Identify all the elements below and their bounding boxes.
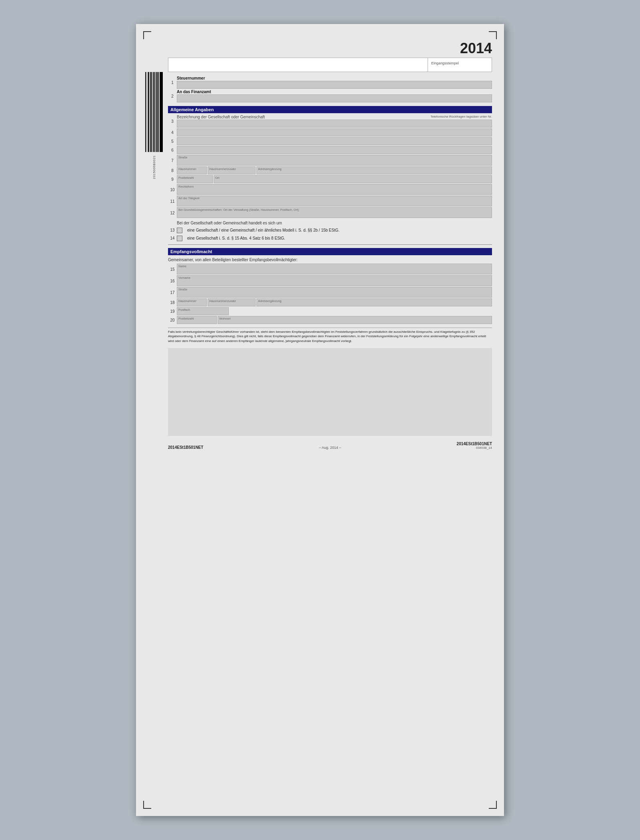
art-taetigkeit-label: Art der Tätigkeit xyxy=(178,196,490,200)
row18-fields: Hausnummer Hausnummerzusatz Adressergänz… xyxy=(177,298,492,306)
empty-space-area xyxy=(168,348,492,436)
strasse-label: Straße xyxy=(178,156,490,159)
ort-label: Ort xyxy=(215,176,219,180)
row-10: 10 Rechtsform xyxy=(168,184,492,195)
row-number-2: 2 xyxy=(168,94,177,98)
grundstueck-label: Bei Grundstücksgemeinschaften: Ort der V… xyxy=(178,208,490,212)
bezeichnung-field[interactable] xyxy=(177,120,492,128)
row-13: 13 eine Gesellschaft / eine Gemeinschaft… xyxy=(168,226,492,234)
telefonische-label: Telefonische Rückfragen tagsüber unter N… xyxy=(430,115,492,119)
strasse2-field[interactable]: Straße xyxy=(177,287,492,298)
hausnummerzusatz-field[interactable]: Hausnummerzusatz xyxy=(208,166,256,174)
name-field[interactable]: Name xyxy=(177,264,492,274)
hausnummerzusatz2-label: Hausnummerzusatz xyxy=(209,299,236,303)
section-allgemeine-angaben: Allgemeine Angaben xyxy=(168,106,492,113)
row-7: 7 Straße xyxy=(168,155,492,166)
barcode-text: 2015000B0021 xyxy=(153,155,156,179)
row-2: 2 An das Finanzamt xyxy=(168,90,492,103)
form-content: 2014 Eingangsstempel 1 Steuernummer xyxy=(168,40,492,451)
row19-fields: Postfach xyxy=(177,307,492,315)
row-number-18: 18 xyxy=(168,300,177,305)
title-block: Eingangsstempel xyxy=(168,58,492,72)
row-8: 8 Hausnummer Hausnummerzusatz Adressergä… xyxy=(168,166,492,175)
corner-bracket-br xyxy=(489,801,497,809)
row-11: 11 Art der Tätigkeit xyxy=(168,196,492,207)
row-19: 19 Postfach xyxy=(168,307,492,316)
row-number-11: 11 xyxy=(168,199,177,204)
postleitzahl-label: Postleitzahl xyxy=(178,176,194,180)
gesellschaft-intro: Bei der Gesellschaft oder Gemeinschaft h… xyxy=(168,219,492,226)
postleitzahl2-label: Postleitzahl xyxy=(178,317,194,320)
rechtsform-field[interactable]: Rechtsform xyxy=(177,184,492,195)
adressergaenzung-field[interactable]: Adressergänzung xyxy=(256,166,492,174)
row-number-6: 6 xyxy=(168,148,177,152)
barcode-area: 2015000B0021 xyxy=(144,72,164,179)
disclaimer-text: Falls kein vertretungsberechtigter Gesch… xyxy=(168,328,492,345)
row-number-20: 20 xyxy=(168,318,177,322)
hausnummer-label: Hausnummer xyxy=(178,167,196,171)
eingangsstempel-label: Eingangsstempel xyxy=(431,61,459,65)
row-9: 9 Postleitzahl Ort xyxy=(168,175,492,184)
adressergaenzung2-label: Adressergänzung xyxy=(258,299,282,303)
row-4: 4 xyxy=(168,128,492,137)
corner-bracket-tr xyxy=(489,31,497,39)
name-label: Name xyxy=(178,264,490,268)
row-5: 5 xyxy=(168,137,492,146)
steuernummer-field[interactable] xyxy=(177,81,492,89)
row-number-13: 13 xyxy=(168,228,177,232)
hausnummer2-field[interactable]: Hausnummer xyxy=(177,298,207,306)
row-number-16: 16 xyxy=(168,279,177,283)
footer-date: – Aug. 2014 – xyxy=(319,446,341,450)
row5-field[interactable] xyxy=(177,137,492,145)
bezeichnung-label: Bezeichnung der Gesellschaft oder Gemein… xyxy=(177,115,265,119)
checkbox-14[interactable] xyxy=(177,236,182,241)
postleitzahl2-field[interactable]: Postleitzahl xyxy=(177,316,217,324)
row-number-8: 8 xyxy=(168,168,177,173)
vorname-field[interactable]: Vorname xyxy=(177,275,492,286)
eingangsstempel-box: Eingangsstempel xyxy=(428,58,492,72)
row6-field[interactable] xyxy=(177,146,492,154)
postfach-label: Postfach xyxy=(178,308,190,312)
hausnummer2-label: Hausnummer xyxy=(178,299,196,303)
row-number-1: 1 xyxy=(168,80,177,85)
row-number-7: 7 xyxy=(168,158,177,163)
hausnummerzusatz2-field[interactable]: Hausnummerzusatz xyxy=(208,298,256,306)
row-18: 18 Hausnummer Hausnummerzusatz Adresserg… xyxy=(168,298,492,307)
strasse2-label: Straße xyxy=(178,288,490,291)
row-3: 3 Bezeichnung der Gesellschaft oder Geme… xyxy=(168,115,492,128)
postfach-field[interactable]: Postfach xyxy=(177,307,229,315)
row-12: 12 Bei Grundstücksgemeinschaften: Ort de… xyxy=(168,207,492,218)
row9-fields: Postleitzahl Ort xyxy=(177,175,492,183)
row-number-5: 5 xyxy=(168,139,177,144)
art-taetigkeit-field[interactable]: Art der Tätigkeit xyxy=(177,196,492,206)
adressergaenzung2-field[interactable]: Adressergänzung xyxy=(256,298,492,306)
hausnummer-field[interactable]: Hausnummer xyxy=(177,166,207,174)
wohnort-field[interactable]: Wohnort xyxy=(218,316,492,324)
year-label: 2014 xyxy=(460,40,492,57)
row-17: 17 Straße xyxy=(168,287,492,298)
barcode-image xyxy=(145,72,163,152)
strasse-field[interactable]: Straße xyxy=(177,155,492,166)
separator-1 xyxy=(168,244,492,245)
footer-form-id2: 034038_14 xyxy=(457,446,492,450)
wohnort-label: Wohnort xyxy=(219,317,230,320)
row20-fields: Postleitzahl Wohnort xyxy=(177,316,492,324)
checkbox-13[interactable] xyxy=(177,228,182,233)
checkbox-13-text: eine Gesellschaft / eine Gemeinschaft / … xyxy=(187,228,340,233)
corner-bracket-bl xyxy=(143,801,151,809)
corner-bracket-tl xyxy=(143,31,151,39)
adressergaenzung-label: Adressergänzung xyxy=(258,167,282,171)
row4-field[interactable] xyxy=(177,128,492,136)
footer-form-id-right: 2014ESt1B501NET xyxy=(457,442,492,446)
row-number-10: 10 xyxy=(168,188,177,192)
footer-form-id-left: 2014ESt1B501NET xyxy=(168,445,203,450)
tax-form-document: 2015000B0021 2014 Eingangsstempel xyxy=(136,24,504,816)
footer: 2014ESt1B501NET – Aug. 2014 – 2014ESt1B5… xyxy=(168,440,492,451)
ort-field[interactable]: Ort xyxy=(214,175,492,183)
finanzamt-field[interactable] xyxy=(177,94,492,102)
rechtsform-label: Rechtsform xyxy=(178,185,490,188)
row-number-17: 17 xyxy=(168,290,177,295)
row-number-4: 4 xyxy=(168,130,177,135)
postleitzahl-field[interactable]: Postleitzahl xyxy=(177,175,213,183)
grundstueck-field[interactable]: Bei Grundstücksgemeinschaften: Ort der V… xyxy=(177,207,492,218)
